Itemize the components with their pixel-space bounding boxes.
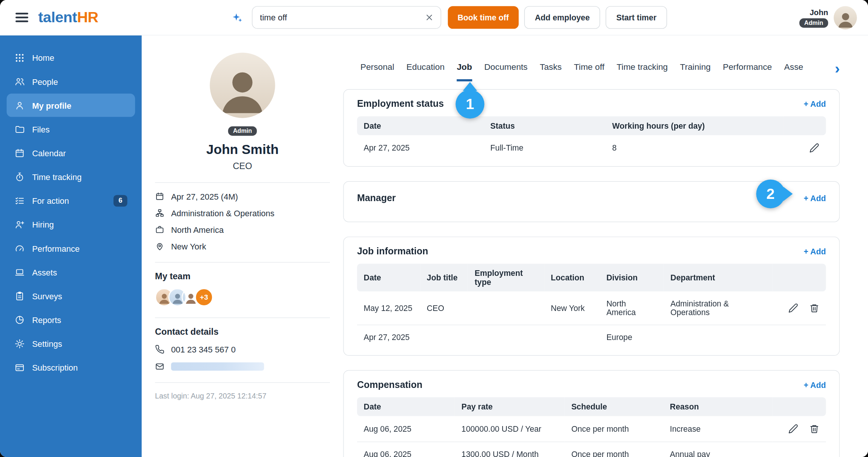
cell-division: Europe (600, 325, 664, 349)
table-row: Apr 27, 2025 Full-Time 8 (357, 135, 826, 161)
cell-location: New York (544, 291, 600, 325)
sidebar-item-label: Assets (32, 267, 57, 277)
sidebar-item-files[interactable]: Files (7, 117, 135, 141)
sidebar-item-performance[interactable]: Performance (7, 237, 135, 260)
annotation-number: 1 (455, 90, 484, 118)
contact-phone: 001 23 345 567 0 (155, 344, 330, 354)
section-title: Compensation (357, 380, 422, 391)
location-pin-icon (155, 241, 164, 251)
annotation-step-2: 2 (756, 180, 793, 208)
tab-personal[interactable]: Personal (360, 62, 394, 81)
tab-training[interactable]: Training (680, 62, 710, 81)
sidebar-item-label: Hiring (32, 220, 54, 229)
ai-sparkle-icon[interactable] (231, 11, 243, 23)
phone-number: 001 23 345 567 0 (171, 344, 236, 354)
section-title: Job information (357, 246, 428, 257)
annotation-arrow-right-icon (783, 187, 793, 201)
cell-pay-rate: 1300.00 USD / Month (455, 442, 564, 457)
user-icon (14, 100, 25, 111)
column-header: Date (357, 397, 455, 416)
add-job-information-link[interactable]: + Add (804, 247, 826, 256)
tab-documents[interactable]: Documents (484, 62, 528, 81)
profile-job-title: CEO (155, 161, 330, 171)
table-header-row: Date Status Working hours (per day) (357, 116, 826, 135)
screen: talentHR Book time off Add employee Star… (0, 0, 868, 457)
sidebar-item-subscription[interactable]: Subscription (7, 356, 135, 379)
org-chart-icon (155, 208, 164, 217)
employment-status-section: Employment status + Add Date Status Work… (343, 89, 840, 167)
sidebar-item-home[interactable]: Home (7, 46, 135, 69)
hamburger-menu-icon[interactable] (15, 13, 28, 22)
sidebar-item-label: Surveys (32, 291, 62, 300)
for-action-count-badge: 6 (113, 195, 127, 206)
column-header-actions (773, 397, 826, 416)
annotation-number: 2 (756, 180, 785, 208)
sidebar-item-label: Subscription (32, 363, 78, 372)
edit-icon[interactable] (788, 303, 798, 313)
user-menu[interactable]: John Admin (799, 6, 859, 29)
sidebar-item-people[interactable]: People (7, 70, 135, 93)
profile-photo (210, 52, 275, 118)
tab-time-off[interactable]: Time off (574, 62, 604, 81)
clear-search-icon[interactable] (424, 13, 434, 22)
edit-icon[interactable] (788, 424, 798, 434)
cell-division: North America (600, 291, 664, 325)
sidebar-item-calendar[interactable]: Calendar (7, 141, 135, 165)
cell-schedule: Once per month (565, 442, 663, 457)
user-avatar[interactable] (834, 6, 857, 29)
search-input[interactable] (260, 13, 424, 22)
column-header: Schedule (565, 397, 663, 416)
add-compensation-link[interactable]: + Add (804, 381, 826, 389)
tab-time-tracking[interactable]: Time tracking (616, 62, 668, 81)
tab-performance[interactable]: Performance (723, 62, 772, 81)
sidebar-item-surveys[interactable]: Surveys (7, 284, 135, 308)
add-employee-button[interactable]: Add employee (524, 6, 600, 29)
team-more-badge[interactable]: +3 (195, 288, 213, 306)
cell-job-title: CEO (420, 291, 468, 325)
start-timer-button[interactable]: Start timer (606, 6, 667, 29)
tab-tasks[interactable]: Tasks (540, 62, 562, 81)
profile-admin-badge: Admin (228, 126, 257, 135)
last-login-text: Last login: Aug 27, 2025 12:14:57 (155, 391, 330, 400)
contact-email (155, 362, 330, 371)
cell-date: Apr 27, 2025 (357, 325, 420, 349)
app-window: talentHR Book time off Add employee Star… (0, 0, 868, 457)
app-logo[interactable]: talentHR (38, 9, 98, 26)
cell-department (664, 325, 773, 349)
redacted-email (171, 362, 264, 370)
job-information-table: Date Job title Employment type Location … (357, 264, 826, 350)
column-header-actions (773, 264, 826, 291)
cell-reason: Increase (663, 416, 773, 442)
sidebar-item-reports[interactable]: Reports (7, 308, 135, 331)
add-employment-status-link[interactable]: + Add (804, 100, 826, 108)
cell-date: Aug 06, 2025 (357, 442, 455, 457)
fact-text: Apr 27, 2025 (4M) (171, 191, 238, 201)
tab-job[interactable]: Job (457, 62, 472, 81)
sidebar-item-label: Performance (32, 243, 80, 253)
add-manager-link[interactable]: + Add (804, 194, 826, 203)
sidebar-item-my-profile[interactable]: My profile (7, 94, 135, 117)
cell-date: Aug 06, 2025 (357, 416, 455, 442)
credit-card-icon (14, 362, 25, 372)
phone-icon (155, 344, 164, 354)
folder-icon (14, 124, 25, 134)
sidebar-item-time-tracking[interactable]: Time tracking (7, 165, 135, 188)
sidebar-item-for-action[interactable]: For action 6 (7, 189, 135, 212)
sidebar-item-assets[interactable]: Assets (7, 260, 135, 284)
cell-schedule: Once per month (565, 416, 663, 442)
chevron-right-icon[interactable]: › (826, 62, 840, 81)
edit-icon[interactable] (809, 143, 819, 153)
delete-icon[interactable] (809, 424, 819, 434)
sidebar-item-hiring[interactable]: Hiring (7, 213, 135, 236)
compensation-section: Compensation + Add Date Pay rate Schedul… (343, 370, 840, 457)
cell-status: Full-Time (484, 135, 606, 161)
tab-education[interactable]: Education (406, 62, 445, 81)
app-body: Home People My profile Files Calendar Ti… (0, 35, 868, 457)
divider (155, 382, 330, 382)
table-row: Aug 06, 2025 100000.00 USD / Year Once p… (357, 416, 826, 442)
tab-assets-truncated[interactable]: Asse (784, 62, 804, 81)
book-time-off-button[interactable]: Book time off (448, 6, 519, 29)
table-row: May 12, 2025 CEO New York North America … (357, 291, 826, 325)
sidebar-item-settings[interactable]: Settings (7, 332, 135, 355)
delete-icon[interactable] (809, 303, 819, 313)
